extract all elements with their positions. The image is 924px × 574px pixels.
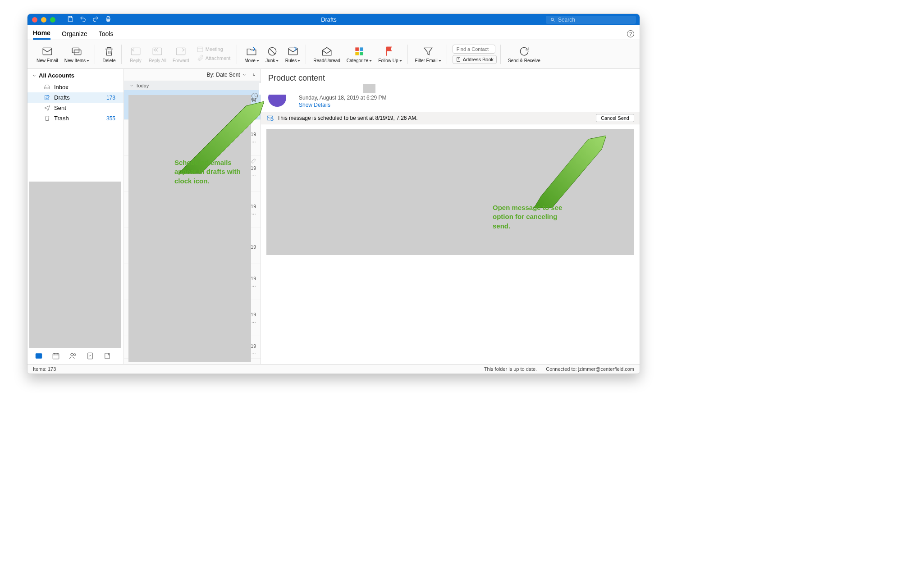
attachment-button: Attachment bbox=[194, 54, 233, 63]
nav-footer bbox=[27, 349, 124, 364]
send-receive-button[interactable]: Send & Receive bbox=[506, 45, 542, 64]
calendar-nav-icon[interactable] bbox=[52, 352, 60, 362]
redacted-area bbox=[259, 83, 363, 95]
status-bar: Items: 173 This folder is up to date. Co… bbox=[27, 364, 640, 373]
redo-icon[interactable] bbox=[92, 15, 99, 24]
delete-button[interactable]: Delete bbox=[101, 45, 118, 64]
clock-icon bbox=[252, 93, 258, 99]
annotation-text: Open message to see option for canceling… bbox=[493, 203, 574, 231]
svg-rect-10 bbox=[197, 47, 203, 52]
titlebar: Drafts bbox=[27, 14, 640, 25]
svg-rect-6 bbox=[74, 50, 81, 55]
mail-nav-icon[interactable] bbox=[35, 352, 43, 362]
chevron-down-icon bbox=[129, 83, 134, 88]
svg-point-18 bbox=[458, 59, 459, 59]
read-unread-button[interactable]: Read/Unread bbox=[311, 45, 342, 64]
new-items-button[interactable]: New Items bbox=[63, 45, 91, 64]
ribbon: New Email New Items Delete Reply Reply A… bbox=[27, 40, 640, 69]
help-icon[interactable]: ? bbox=[627, 30, 634, 37]
svg-rect-4 bbox=[43, 48, 52, 55]
filter-email-button[interactable]: Filter Email bbox=[413, 45, 443, 64]
save-icon[interactable] bbox=[67, 15, 74, 24]
svg-rect-5 bbox=[73, 48, 79, 53]
folder-label: Drafts bbox=[54, 94, 70, 101]
list-group-header[interactable]: Today bbox=[124, 81, 261, 90]
svg-rect-7 bbox=[131, 48, 140, 55]
svg-point-22 bbox=[71, 353, 73, 356]
find-contact-input[interactable] bbox=[453, 45, 495, 54]
chevron-down-icon bbox=[242, 73, 247, 77]
svg-point-3 bbox=[551, 18, 553, 20]
svg-rect-25 bbox=[105, 353, 110, 359]
drafts-icon bbox=[44, 94, 50, 101]
junk-button[interactable]: Junk bbox=[264, 45, 281, 64]
svg-rect-17 bbox=[457, 58, 460, 62]
folder-label: Sent bbox=[54, 105, 66, 111]
status-uptodate: This folder is up to date. bbox=[484, 366, 537, 372]
scheduled-mail-icon bbox=[266, 114, 274, 122]
search-icon bbox=[550, 17, 555, 23]
reply-all-button: Reply All bbox=[147, 45, 168, 64]
print-icon[interactable] bbox=[105, 15, 112, 24]
tasks-nav-icon[interactable] bbox=[86, 352, 94, 362]
window-controls bbox=[32, 17, 55, 23]
svg-rect-13 bbox=[355, 47, 359, 51]
new-email-button[interactable]: New Email bbox=[35, 45, 60, 64]
quick-access-toolbar bbox=[67, 15, 112, 24]
list-sort-header[interactable]: By: Date Sent bbox=[124, 69, 261, 81]
forward-button: Forward bbox=[171, 45, 191, 64]
folder-trash[interactable]: Trash 355 bbox=[27, 113, 124, 123]
notes-nav-icon[interactable] bbox=[103, 352, 111, 362]
move-button[interactable]: Move bbox=[242, 45, 261, 64]
sent-icon bbox=[44, 105, 50, 111]
reading-pane: Product content Sunday, August 18, 2019 … bbox=[261, 69, 640, 364]
trash-icon bbox=[44, 115, 50, 122]
tab-tools[interactable]: Tools bbox=[99, 28, 114, 39]
svg-marker-29 bbox=[534, 136, 606, 208]
svg-rect-14 bbox=[360, 47, 363, 51]
menu-tabs: Home Organize Tools ? bbox=[27, 25, 640, 40]
address-book-button[interactable]: Address Book bbox=[453, 55, 497, 64]
redacted-area bbox=[29, 182, 121, 348]
redacted-area bbox=[362, 84, 375, 93]
annotation-text: Scheduled emails appear in drafts with c… bbox=[174, 158, 256, 186]
search-input[interactable] bbox=[558, 17, 631, 23]
svg-rect-15 bbox=[355, 52, 359, 55]
sort-arrow-icon[interactable] bbox=[252, 73, 256, 77]
status-items: Items: 173 bbox=[33, 366, 56, 372]
folder-inbox[interactable]: Inbox bbox=[27, 82, 124, 92]
follow-up-button[interactable]: Follow Up bbox=[376, 45, 403, 64]
minimize-window-button[interactable] bbox=[41, 17, 46, 23]
show-details-link[interactable]: Show Details bbox=[299, 102, 387, 108]
categorize-button[interactable]: Categorize bbox=[345, 45, 374, 64]
folder-sent[interactable]: Sent bbox=[27, 103, 124, 113]
zoom-window-button[interactable] bbox=[50, 17, 55, 23]
chevron-down-icon bbox=[32, 73, 37, 78]
svg-rect-0 bbox=[69, 16, 71, 18]
inbox-icon bbox=[44, 84, 50, 91]
svg-rect-9 bbox=[177, 48, 186, 55]
folder-label: Inbox bbox=[54, 84, 69, 91]
close-window-button[interactable] bbox=[32, 17, 37, 23]
status-connection: Connected to: jzimmer@centerfield.com bbox=[546, 366, 634, 372]
tab-home[interactable]: Home bbox=[33, 27, 50, 40]
window-title: Drafts bbox=[112, 16, 546, 23]
folder-sidebar: All Accounts Inbox Drafts 173 Sent Trash… bbox=[27, 69, 124, 364]
svg-rect-16 bbox=[360, 52, 363, 55]
undo-icon[interactable] bbox=[79, 15, 87, 24]
folder-count: 173 bbox=[106, 95, 115, 101]
scheduled-info-bar: This message is scheduled to be sent at … bbox=[261, 112, 640, 124]
rules-button[interactable]: Rules bbox=[284, 45, 302, 64]
svg-point-23 bbox=[74, 353, 76, 355]
folder-drafts[interactable]: Drafts 173 bbox=[27, 92, 124, 103]
cancel-send-button[interactable]: Cancel Send bbox=[596, 114, 634, 122]
svg-rect-21 bbox=[53, 353, 59, 359]
tab-organize[interactable]: Organize bbox=[62, 28, 87, 39]
account-header[interactable]: All Accounts bbox=[27, 69, 124, 82]
meeting-button: Meeting bbox=[194, 45, 233, 54]
scheduled-text: This message is scheduled to be sent at … bbox=[277, 115, 418, 121]
folder-count: 355 bbox=[106, 115, 115, 122]
search-field[interactable] bbox=[546, 16, 636, 24]
people-nav-icon[interactable] bbox=[69, 352, 77, 362]
message-date: Sunday, August 18, 2019 at 6:29 PM bbox=[299, 95, 387, 101]
